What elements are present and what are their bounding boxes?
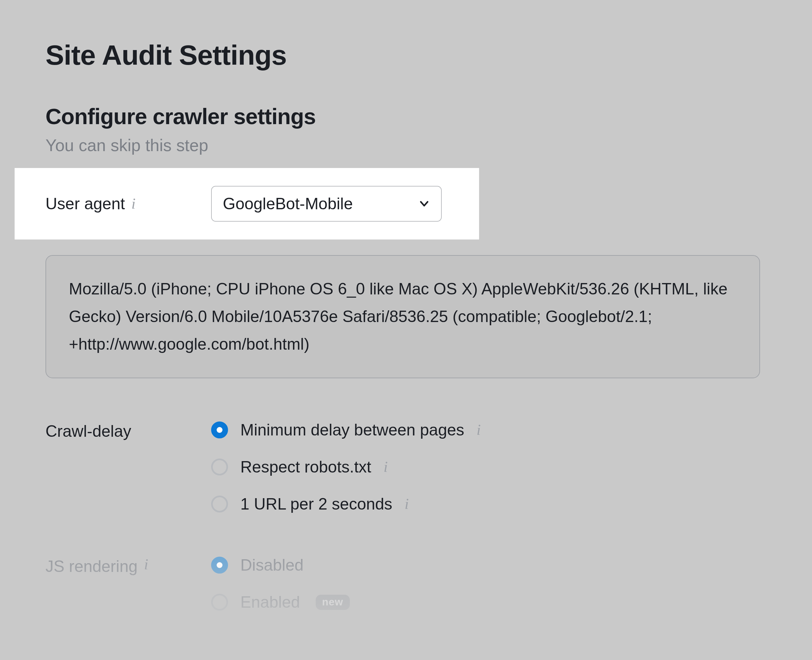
user-agent-label-text: User agent bbox=[46, 194, 125, 213]
section-hint: You can skip this step bbox=[46, 135, 766, 155]
radio-selected-icon bbox=[211, 422, 228, 438]
radio-unselected-icon bbox=[211, 594, 228, 611]
crawl-delay-option-minimum[interactable]: Minimum delay between pages i bbox=[211, 420, 481, 439]
option-label: Disabled bbox=[241, 556, 304, 574]
info-icon[interactable]: i bbox=[476, 422, 481, 437]
radio-unselected-icon bbox=[211, 495, 228, 512]
js-rendering-options: Disabled Enabled new bbox=[211, 556, 350, 612]
crawl-delay-option-robots[interactable]: Respect robots.txt i bbox=[211, 457, 481, 476]
user-agent-row: User agent i GoogleBot-Mobile bbox=[14, 168, 479, 240]
js-rendering-label: JS rendering i bbox=[46, 556, 211, 612]
new-badge: new bbox=[316, 595, 350, 610]
option-label: Minimum delay between pages bbox=[241, 420, 464, 439]
js-rendering-option-enabled[interactable]: Enabled new bbox=[211, 593, 350, 612]
crawl-delay-section: Crawl-delay Minimum delay between pages … bbox=[46, 420, 766, 514]
crawl-delay-label-text: Crawl-delay bbox=[46, 422, 131, 441]
crawl-delay-options: Minimum delay between pages i Respect ro… bbox=[211, 420, 481, 514]
js-rendering-option-disabled[interactable]: Disabled bbox=[211, 556, 350, 574]
user-agent-label: User agent i bbox=[46, 194, 211, 213]
user-agent-select[interactable]: GoogleBot-Mobile bbox=[211, 186, 442, 222]
page-title: Site Audit Settings bbox=[46, 39, 766, 71]
crawl-delay-label: Crawl-delay bbox=[46, 420, 211, 514]
option-label: Respect robots.txt bbox=[241, 457, 371, 476]
js-rendering-label-text: JS rendering bbox=[46, 557, 138, 576]
section-subtitle: Configure crawler settings bbox=[46, 104, 766, 129]
radio-selected-icon bbox=[211, 557, 228, 574]
info-icon[interactable]: i bbox=[405, 497, 409, 511]
radio-unselected-icon bbox=[211, 459, 228, 476]
info-icon[interactable]: i bbox=[384, 460, 388, 474]
js-rendering-section: JS rendering i Disabled Enabled new bbox=[46, 556, 766, 612]
user-agent-string: Mozilla/5.0 (iPhone; CPU iPhone OS 6_0 l… bbox=[46, 255, 760, 378]
info-icon[interactable]: i bbox=[144, 557, 149, 572]
chevron-down-icon bbox=[418, 198, 430, 209]
user-agent-select-value: GoogleBot-Mobile bbox=[223, 194, 353, 213]
option-label: Enabled bbox=[241, 593, 300, 612]
option-label: 1 URL per 2 seconds bbox=[241, 495, 393, 514]
info-icon[interactable]: i bbox=[131, 196, 136, 211]
crawl-delay-option-1per2[interactable]: 1 URL per 2 seconds i bbox=[211, 495, 481, 514]
